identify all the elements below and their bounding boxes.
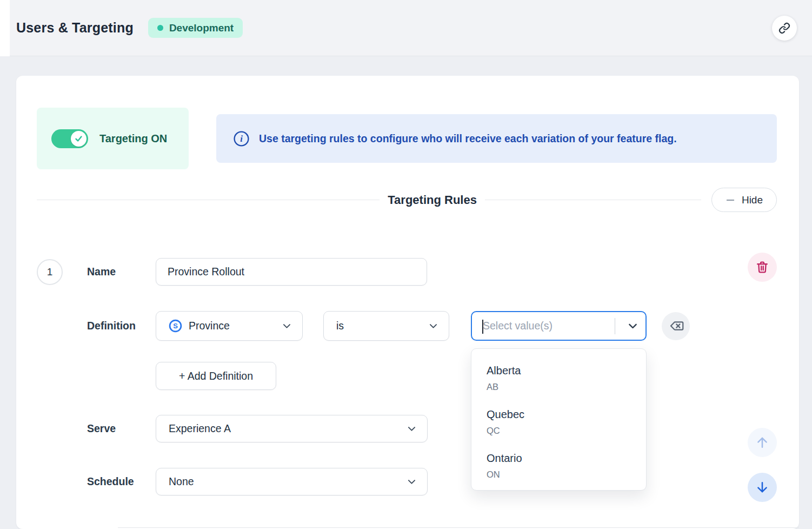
chevron-down-icon: [627, 320, 638, 332]
custom-property-icon: S: [169, 319, 182, 333]
rule-name-row: 1 Name: [37, 258, 777, 286]
option-label: Alberta: [487, 362, 631, 379]
add-definition-button[interactable]: + Add Definition: [156, 362, 276, 390]
svg-text:i: i: [240, 134, 243, 144]
arrow-up-icon: [755, 435, 770, 450]
rule-definition-row: Definition S Province is: [37, 311, 777, 341]
option-value: QC: [487, 423, 631, 438]
header-left-strip: [0, 0, 10, 56]
values-dropdown-panel: Alberta AB Quebec QC Ontario ON: [471, 348, 647, 491]
clear-values-button[interactable]: [662, 312, 690, 340]
trash-icon: [755, 260, 770, 275]
copy-link-button[interactable]: [772, 16, 797, 41]
rule-serve-row: Serve Experience A: [37, 415, 777, 442]
minus-icon: [726, 195, 735, 205]
schedule-select[interactable]: None: [156, 468, 428, 495]
section-bottom-divider: [118, 527, 799, 528]
hide-button-label: Hide: [742, 194, 763, 206]
add-definition-row: + Add Definition: [37, 362, 777, 390]
property-select[interactable]: S Province: [156, 311, 303, 341]
values-input[interactable]: [483, 320, 615, 332]
section-title: Targeting Rules: [380, 193, 485, 207]
dropdown-option-quebec[interactable]: Quebec QC: [471, 400, 646, 444]
info-banner: i Use targeting rules to configure who w…: [216, 114, 777, 163]
info-banner-text: Use targeting rules to configure who wil…: [259, 133, 677, 145]
move-rule-up-button[interactable]: [748, 428, 777, 457]
schedule-select-value: None: [169, 475, 407, 488]
option-label: Quebec: [487, 406, 631, 423]
property-select-value: Province: [189, 320, 282, 332]
comparator-select-value: is: [336, 320, 428, 332]
chevron-down-icon: [428, 321, 438, 331]
chevron-down-icon: [282, 321, 292, 331]
status-row: Targeting ON i Use targeting rules to co…: [37, 108, 777, 169]
divider-line: [485, 200, 701, 200]
text-cursor: [482, 320, 483, 334]
targeting-card: Targeting ON i Use targeting rules to co…: [16, 76, 799, 529]
hide-rules-button[interactable]: Hide: [711, 188, 777, 212]
option-label: Ontario: [487, 450, 631, 467]
rule-name-input[interactable]: [156, 258, 427, 286]
name-label: Name: [87, 266, 156, 278]
targeting-status-label: Targeting ON: [99, 133, 167, 145]
chevron-down-icon: [407, 424, 417, 434]
targeting-rules-section-header: Targeting Rules Hide: [37, 188, 777, 212]
serve-select[interactable]: Experience A: [156, 415, 428, 442]
page-title: Users & Targeting: [16, 20, 134, 36]
serve-label: Serve: [87, 422, 156, 435]
schedule-label: Schedule: [87, 475, 156, 488]
serve-select-value: Experience A: [169, 422, 407, 435]
check-icon: [74, 134, 83, 143]
values-multiselect[interactable]: [471, 311, 647, 341]
svg-text:S: S: [173, 322, 178, 330]
environment-dot-icon: [157, 25, 163, 31]
delete-rule-button[interactable]: [748, 253, 777, 282]
environment-badge: Development: [148, 18, 243, 38]
chevron-down-icon: [407, 477, 417, 487]
rule-number-cell: 1: [37, 259, 63, 285]
rule-schedule-row: Schedule None: [37, 468, 777, 495]
option-value: AB: [487, 379, 631, 394]
option-value: ON: [487, 467, 631, 482]
divider-line: [37, 200, 380, 200]
targeting-toggle[interactable]: [51, 129, 88, 148]
environment-badge-label: Development: [169, 22, 234, 34]
values-chevron-button[interactable]: [620, 320, 645, 332]
comparator-select[interactable]: is: [323, 311, 449, 341]
backspace-icon: [668, 318, 684, 334]
arrow-down-icon: [755, 480, 770, 495]
page-header: Users & Targeting Development: [10, 0, 812, 56]
info-icon: i: [233, 130, 250, 147]
rule-number-badge: 1: [37, 259, 63, 285]
definition-label: Definition: [87, 320, 156, 332]
targeting-status-panel: Targeting ON: [37, 108, 189, 169]
move-rule-down-button[interactable]: [748, 473, 777, 502]
toggle-knob: [71, 131, 86, 147]
dropdown-option-ontario[interactable]: Ontario ON: [471, 444, 646, 488]
dropdown-option-alberta[interactable]: Alberta AB: [471, 356, 646, 400]
select-separator: [615, 318, 615, 334]
link-icon: [777, 21, 791, 35]
